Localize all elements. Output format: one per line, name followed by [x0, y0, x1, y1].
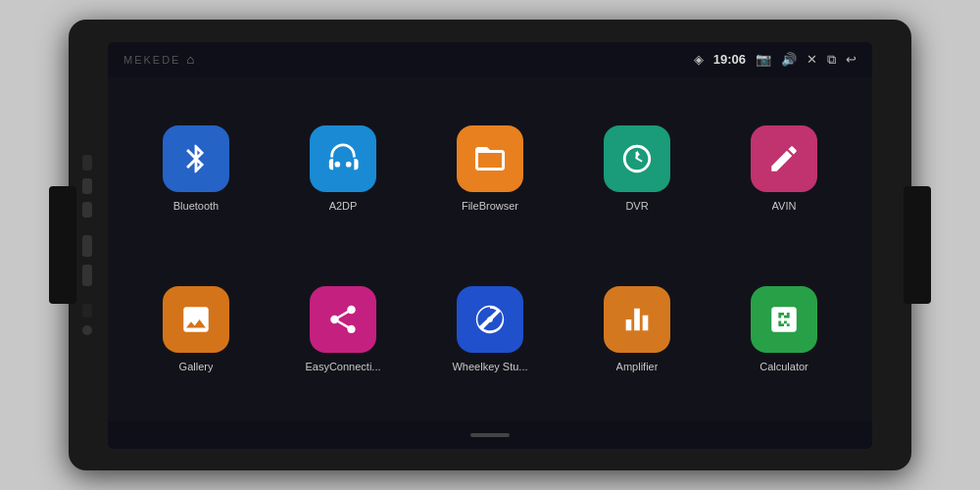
status-left: MEKEDE ⌂: [123, 52, 194, 67]
volume-icon: 🔊: [781, 52, 797, 67]
reset-button[interactable]: [82, 304, 92, 318]
app-label-amplifier: Amplifier: [616, 361, 659, 372]
svg-point-0: [335, 162, 341, 168]
app-item-wheelkey[interactable]: Wheelkey Stu...: [421, 254, 559, 406]
app-label-bluetooth: Bluetooth: [173, 200, 219, 212]
app-item-gallery[interactable]: Gallery: [127, 254, 265, 406]
screen-off-icon: ✕: [807, 52, 817, 67]
volume-up-button[interactable]: [82, 235, 92, 257]
mic-button[interactable]: [82, 325, 92, 335]
svg-point-2: [487, 317, 493, 322]
back-button[interactable]: [82, 202, 92, 218]
app-label-avin: AVIN: [772, 200, 797, 212]
status-right: ◈ 19:06 📷 🔊 ✕ ⧉ ↩: [694, 52, 857, 68]
nav-dot: [470, 433, 510, 437]
bottom-bar: [108, 421, 872, 449]
brand-watermark: MEKEDE: [123, 54, 180, 66]
app-label-easyconnect: EasyConnecti...: [305, 361, 380, 372]
app-label-gallery: Gallery: [179, 361, 214, 372]
app-icon-filebrowser: [457, 125, 523, 192]
app-label-calculator: Calculator: [760, 361, 808, 372]
app-item-filebrowser[interactable]: FileBrowser: [421, 93, 559, 245]
camera-icon: 📷: [756, 52, 771, 67]
app-label-filebrowser: FileBrowser: [462, 200, 518, 212]
app-icon-gallery: [163, 286, 229, 353]
app-icon-calculator: [751, 286, 817, 353]
app-item-a2dp[interactable]: A2DP: [274, 93, 412, 245]
duplicate-icon: ⧉: [827, 52, 836, 68]
svg-point-1: [346, 162, 352, 168]
home-status-icon: ⌂: [186, 52, 194, 67]
app-label-dvr: DVR: [625, 200, 648, 212]
app-grid: Bluetooth A2DP FileBrowser DVR AVIN Gall…: [108, 77, 872, 421]
app-icon-a2dp: [310, 125, 376, 192]
status-time: 19:06: [713, 52, 746, 67]
car-head-unit: MEKEDE ⌂ ◈ 19:06 📷 🔊 ✕ ⧉ ↩ Bluetooth A2D…: [69, 20, 911, 470]
mount-ear-left: [49, 186, 76, 304]
app-icon-avin: [751, 125, 817, 192]
mount-ear-right: [904, 186, 931, 304]
app-icon-dvr: [604, 125, 670, 192]
screen: MEKEDE ⌂ ◈ 19:06 📷 🔊 ✕ ⧉ ↩ Bluetooth A2D…: [108, 42, 872, 449]
volume-down-button[interactable]: [82, 265, 92, 286]
app-item-dvr[interactable]: DVR: [568, 93, 706, 245]
app-icon-amplifier: [604, 286, 670, 353]
app-label-a2dp: A2DP: [329, 200, 358, 212]
back-icon: ↩: [846, 52, 857, 67]
location-icon: ◈: [694, 52, 704, 67]
home-button[interactable]: [82, 178, 92, 194]
app-item-calculator[interactable]: Calculator: [715, 254, 853, 406]
app-icon-easyconnect: [310, 286, 376, 353]
power-button[interactable]: [82, 155, 92, 171]
status-bar: MEKEDE ⌂ ◈ 19:06 📷 🔊 ✕ ⧉ ↩: [108, 42, 872, 77]
app-item-avin[interactable]: AVIN: [715, 93, 853, 245]
app-item-amplifier[interactable]: Amplifier: [568, 254, 706, 406]
app-item-easyconnect[interactable]: EasyConnecti...: [274, 254, 412, 406]
side-controls: [82, 155, 92, 335]
app-label-wheelkey: Wheelkey Stu...: [452, 361, 527, 372]
app-icon-wheelkey: [457, 286, 523, 353]
app-item-bluetooth[interactable]: Bluetooth: [127, 93, 265, 245]
app-icon-bluetooth: [163, 125, 229, 192]
